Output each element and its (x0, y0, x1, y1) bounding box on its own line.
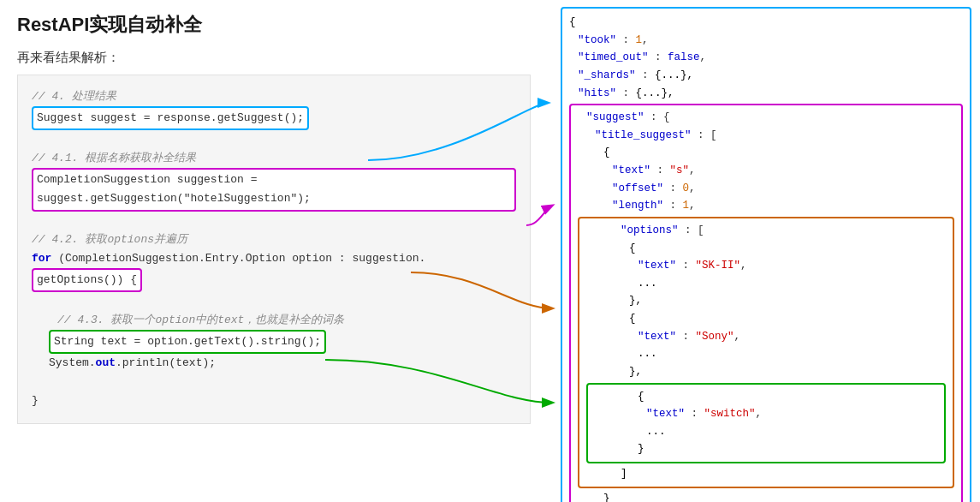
for-line: for (CompletionSuggestion.Entry.Option o… (32, 249, 516, 292)
json-text-switch: "text" : "switch", (595, 405, 937, 423)
json-green-box: { "text" : "switch", ... } (586, 383, 946, 464)
json-outer-box: { "took" : 1, "timed_out" : false, "_sha… (561, 7, 971, 502)
json-opt2-open: { (586, 310, 946, 328)
print-line: System.out.println(text); (32, 354, 516, 373)
section42-comment: // 4.2. 获取options并遍历 (32, 230, 516, 249)
json-magenta-box: "suggest" : { "title_suggest" : [ { "tex… (569, 104, 963, 502)
json-length: "length" : 1, (578, 197, 954, 215)
json-options-key: "options" : [ (586, 222, 946, 240)
json-opt1-open: { (586, 240, 946, 258)
suggest-highlight-blue: Suggest suggest = response.getSuggest(); (32, 106, 309, 130)
code-block: // 4. 处理结果 Suggest suggest = response.ge… (17, 75, 531, 424)
spacer4 (32, 373, 516, 391)
section41-comment: // 4.1. 根据名称获取补全结果 (32, 149, 516, 168)
out-keyword: out (96, 356, 116, 369)
json-options-close: ] (586, 465, 946, 483)
suggest-line: Suggest suggest = response.getSuggest(); (32, 106, 516, 130)
json-dots3: ... (595, 423, 937, 441)
spacer1 (32, 130, 516, 149)
json-root-open: { (569, 14, 963, 32)
json-opt3-close: } (595, 440, 937, 458)
json-orange-box: "options" : [ { "text" : "SK-II", ... },… (578, 217, 954, 488)
json-opt3-open: { (595, 388, 937, 406)
spacer3 (32, 292, 516, 311)
page-title: RestAPI实现自动补全 (0, 0, 548, 43)
json-text-s: "text" : "s", (578, 162, 954, 180)
json-array-obj-open: { (578, 144, 954, 162)
json-opt1-close: }, (586, 292, 946, 310)
json-dots2: ... (586, 345, 946, 363)
json-took: "took" : 1, (569, 32, 963, 50)
for-keyword: for (32, 252, 51, 265)
json-title-suggest-key: "title_suggest" : [ (578, 127, 954, 145)
json-hits: "hits" : {...}, (569, 85, 963, 103)
json-dots1: ... (586, 275, 946, 293)
json-text-skii: "text" : "SK-II", (586, 257, 946, 275)
json-array-obj-close: } (578, 490, 954, 502)
subtitle: 再来看结果解析： (0, 43, 548, 75)
spacer2 (32, 212, 516, 230)
section43-comment: // 4.3. 获取一个option中的text，也就是补全的词条 (32, 311, 516, 330)
getoptions-highlight: getOptions()) { (32, 268, 142, 292)
completion-line: CompletionSuggestion suggestion = sugges… (32, 168, 516, 211)
json-opt2-close: }, (586, 363, 946, 381)
section4-comment: // 4. 处理结果 (32, 87, 516, 106)
json-text-sony: "text" : "Sony", (586, 328, 946, 346)
text-highlight-green: String text = option.getText().string(); (49, 330, 326, 354)
text-line: String text = option.getText().string(); (32, 330, 516, 354)
completion-highlight-magenta: CompletionSuggestion suggestion = sugges… (32, 168, 516, 211)
left-panel: RestAPI实现自动补全 再来看结果解析： // 4. 处理结果 Sugges… (0, 0, 548, 502)
close-brace: } (32, 391, 516, 410)
right-panel: { "took" : 1, "timed_out" : false, "_sha… (552, 0, 980, 502)
json-timed-out: "timed_out" : false, (569, 49, 963, 67)
json-offset: "offset" : 0, (578, 180, 954, 198)
json-suggest-key: "suggest" : { (578, 109, 954, 127)
json-shards: "_shards" : {...}, (569, 67, 963, 85)
